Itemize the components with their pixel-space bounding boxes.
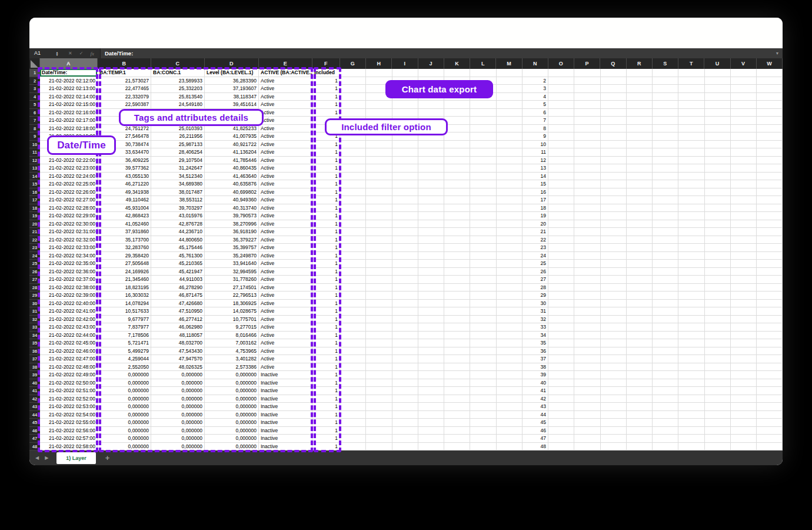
cell-M42[interactable] xyxy=(497,395,523,403)
cell-T4[interactable] xyxy=(678,93,704,101)
cell-F33[interactable]: 1 xyxy=(312,323,340,332)
cell-K19[interactable] xyxy=(444,212,470,220)
cell-E40[interactable]: Inactive xyxy=(259,379,312,387)
cell-I27[interactable] xyxy=(392,276,418,284)
cell-H44[interactable] xyxy=(366,411,392,419)
cell-V33[interactable] xyxy=(731,323,757,332)
cell-S15[interactable] xyxy=(653,180,678,188)
cell-F14[interactable]: 1 xyxy=(312,173,340,181)
column-header-I[interactable]: I xyxy=(392,58,418,69)
cell-D1[interactable]: Level (BA:LEVEL.1) xyxy=(205,69,259,77)
cell-B16[interactable]: 49,341938 xyxy=(98,188,151,197)
cell-V16[interactable] xyxy=(731,188,757,197)
cell-P5[interactable] xyxy=(574,101,600,109)
cell-A22[interactable]: 21-02-2022 02:32:00 xyxy=(40,236,98,244)
cell-G38[interactable] xyxy=(340,363,366,372)
cell-G25[interactable] xyxy=(340,260,366,268)
cell-O2[interactable] xyxy=(548,77,574,85)
cell-W9[interactable] xyxy=(757,132,783,141)
cell-T44[interactable] xyxy=(678,411,704,419)
cell-P23[interactable] xyxy=(574,244,600,252)
cell-N23[interactable]: 23 xyxy=(523,244,548,252)
cell-E48[interactable]: Inactive xyxy=(259,443,312,451)
cell-V27[interactable] xyxy=(731,276,757,284)
cell-S30[interactable] xyxy=(653,300,678,308)
cell-R24[interactable] xyxy=(627,252,653,260)
cell-F21[interactable]: 1 xyxy=(312,228,340,236)
cell-G22[interactable] xyxy=(340,236,366,244)
row-header-39[interactable]: 39 xyxy=(29,371,40,379)
cell-J24[interactable] xyxy=(418,252,444,260)
cell-P24[interactable] xyxy=(574,252,600,260)
cell-V34[interactable] xyxy=(731,332,757,340)
cell-O42[interactable] xyxy=(548,395,574,403)
cell-D35[interactable]: 7,003162 xyxy=(205,339,259,347)
row-header-43[interactable]: 43 xyxy=(29,403,40,411)
cell-H12[interactable] xyxy=(366,157,392,165)
cell-C48[interactable]: 0,000000 xyxy=(151,443,205,451)
cell-E20[interactable]: Active xyxy=(259,220,312,228)
cell-I37[interactable] xyxy=(392,355,418,363)
cell-U2[interactable] xyxy=(705,77,731,85)
cell-L15[interactable] xyxy=(470,180,496,188)
cell-T35[interactable] xyxy=(678,339,704,347)
cell-C29[interactable]: 46,871475 xyxy=(151,292,205,300)
cell-S3[interactable] xyxy=(653,85,678,93)
cell-Q30[interactable] xyxy=(601,300,627,308)
cell-S20[interactable] xyxy=(653,220,678,228)
cell-D32[interactable]: 10,775701 xyxy=(205,316,259,324)
cell-A46[interactable]: 21-02-2022 02:56:00 xyxy=(40,427,98,435)
cell-G20[interactable] xyxy=(340,220,366,228)
cell-E30[interactable]: Active xyxy=(259,300,312,308)
cell-M47[interactable] xyxy=(497,435,523,443)
cell-M1[interactable] xyxy=(497,69,523,77)
cell-B36[interactable]: 5,499279 xyxy=(98,347,151,356)
cell-J18[interactable] xyxy=(418,204,444,213)
cell-L39[interactable] xyxy=(470,371,496,379)
cell-J33[interactable] xyxy=(418,323,444,332)
cell-V19[interactable] xyxy=(731,212,757,220)
cell-K10[interactable] xyxy=(444,141,470,149)
cell-H47[interactable] xyxy=(366,435,392,443)
cell-O15[interactable] xyxy=(548,180,574,188)
cell-W44[interactable] xyxy=(757,411,783,419)
cell-B35[interactable]: 5,721471 xyxy=(98,339,151,347)
cell-F26[interactable]: 1 xyxy=(312,268,340,276)
cell-P33[interactable] xyxy=(574,323,600,332)
row-header-21[interactable]: 21 xyxy=(29,228,40,236)
cell-K27[interactable] xyxy=(444,276,470,284)
cell-W25[interactable] xyxy=(757,260,783,268)
cell-C31[interactable]: 47,510950 xyxy=(151,307,205,316)
cell-G28[interactable] xyxy=(340,284,366,292)
cell-E1[interactable]: ACTIVE (BA:ACTIVE.1) xyxy=(259,69,312,77)
cell-Q44[interactable] xyxy=(601,411,627,419)
cell-O13[interactable] xyxy=(548,164,574,173)
cell-L16[interactable] xyxy=(470,188,496,197)
cell-I48[interactable] xyxy=(392,443,418,451)
cell-R38[interactable] xyxy=(627,363,653,372)
cell-M4[interactable] xyxy=(497,93,523,101)
cell-H31[interactable] xyxy=(366,307,392,316)
cell-T23[interactable] xyxy=(678,244,704,252)
cell-H41[interactable] xyxy=(366,387,392,395)
cell-P30[interactable] xyxy=(574,300,600,308)
cell-D33[interactable]: 9,277015 xyxy=(205,323,259,332)
cell-J43[interactable] xyxy=(418,403,444,411)
cell-T9[interactable] xyxy=(678,132,704,141)
cell-K45[interactable] xyxy=(444,419,470,427)
cell-B38[interactable]: 2,552050 xyxy=(98,363,151,372)
cell-S47[interactable] xyxy=(653,435,678,443)
column-header-U[interactable]: U xyxy=(704,58,730,69)
cell-Q31[interactable] xyxy=(601,307,627,316)
cell-E17[interactable]: Active xyxy=(259,196,312,204)
row-header-18[interactable]: 18 xyxy=(29,204,40,213)
cell-D13[interactable]: 40,860435 xyxy=(205,164,259,173)
cell-G37[interactable] xyxy=(340,355,366,363)
row-header-34[interactable]: 34 xyxy=(29,332,40,340)
cell-M37[interactable] xyxy=(497,355,523,363)
cell-H25[interactable] xyxy=(366,260,392,268)
cell-S39[interactable] xyxy=(653,371,678,379)
cell-S48[interactable] xyxy=(653,443,678,451)
cell-R40[interactable] xyxy=(627,379,653,387)
cell-S5[interactable] xyxy=(653,101,678,109)
